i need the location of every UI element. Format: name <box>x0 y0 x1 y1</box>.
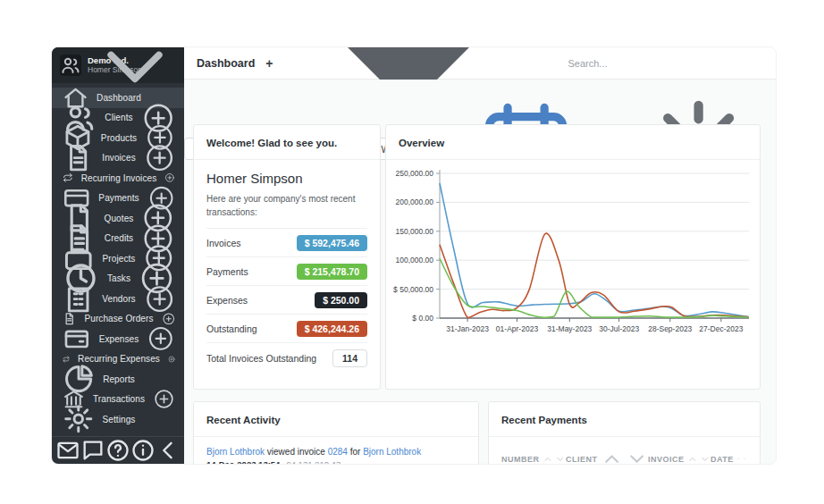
sidebar-item-label: Products <box>101 133 137 143</box>
sidebar-item-label: Credits <box>105 233 133 243</box>
sort-desc-icon[interactable] <box>626 448 648 465</box>
column-label: NUMBER <box>501 455 540 464</box>
svg-text:$ 200,000.00: $ 200,000.00 <box>393 197 433 206</box>
stat-row: Expenses $ 250.00 <box>206 285 367 314</box>
company-switcher[interactable]: Demo Ind. Homer Simpson <box>52 47 184 83</box>
quick-add-icon[interactable] <box>144 142 175 173</box>
sort-asc-icon[interactable] <box>687 454 698 465</box>
sidebar-item-icon <box>63 324 91 353</box>
sidebar-item-label: Transactions <box>93 394 145 404</box>
sort-desc-icon[interactable] <box>743 457 747 461</box>
quick-add-icon[interactable] <box>162 312 175 325</box>
svg-text:$ 250,000.00: $ 250,000.00 <box>393 169 433 178</box>
activity-list: Bjorn Lothbrok viewed invoice 0284 for B… <box>194 437 478 465</box>
column-header[interactable]: NUMBER <box>501 448 566 465</box>
svg-text:30-Jul-2023: 30-Jul-2023 <box>599 324 639 333</box>
stat-label: Invoices <box>206 238 241 248</box>
stat-row: Payments $ 215,478.70 <box>206 256 367 285</box>
sidebar-item[interactable]: Invoices <box>52 148 184 169</box>
recent-activity-card: Recent Activity Bjorn Lothbrok viewed in… <box>193 401 479 465</box>
sidebar: Demo Ind. Homer Simpson Dashboard Client… <box>52 47 184 464</box>
sidebar-item-label: Invoices <box>102 153 136 163</box>
stat-row: Outstanding $ 426,244.26 <box>206 314 367 342</box>
sidebar-item-label: Payments <box>98 193 139 203</box>
stat-badge[interactable]: $ 426,244.26 <box>297 321 367 337</box>
sort-asc-icon[interactable] <box>736 457 741 461</box>
quick-add-icon[interactable] <box>147 324 175 353</box>
overview-card: Overview $ 0.00$ 50,000.00$ 100,000.00$ … <box>385 124 761 390</box>
svg-text:27-Dec-2023: 27-Dec-2023 <box>699 324 743 333</box>
sidebar-item-label: Expenses <box>99 334 139 344</box>
info-icon[interactable] <box>130 438 156 463</box>
mail-icon[interactable] <box>55 438 80 463</box>
stat-label: Total Invoices Outstanding <box>206 353 316 364</box>
topbar: Dashboard + <box>184 47 776 80</box>
activity-link[interactable]: Bjorn Lothbrok <box>363 447 421 457</box>
payments-table-header: NUMBER CLIENT INVOICE <box>489 437 760 465</box>
quick-add-icon[interactable] <box>153 388 175 410</box>
svg-text:$ 100,000.00: $ 100,000.00 <box>393 256 433 265</box>
recent-activity-title: Recent Activity <box>206 415 281 425</box>
svg-text:31-May-2023: 31-May-2023 <box>547 324 592 333</box>
activity-link[interactable]: 0284 <box>328 447 348 457</box>
activity-timestamp: 14-Dec-2023 13:54 <box>206 459 280 465</box>
sidebar-item-icon <box>63 142 94 173</box>
help-icon[interactable] <box>105 438 130 463</box>
activity-text: for <box>348 447 363 457</box>
sidebar-item-icon <box>63 403 95 435</box>
sidebar-item-icon <box>63 283 94 315</box>
sidebar-item[interactable]: Expenses <box>52 329 184 349</box>
svg-text:28-Sep-2023: 28-Sep-2023 <box>648 324 692 333</box>
stat-badge[interactable]: $ 250.00 <box>315 292 367 308</box>
activity-link[interactable]: Bjorn Lothbrok <box>206 447 265 457</box>
sidebar-item[interactable]: Reports <box>52 369 184 390</box>
activity-ip: 94.131.210.43 <box>286 459 341 465</box>
search-input[interactable] <box>568 58 728 69</box>
column-label: DATE <box>710 455 734 464</box>
sidebar-footer <box>52 436 184 464</box>
sort-asc-icon[interactable] <box>542 454 553 465</box>
total-outstanding-row: Total Invoices Outstanding 114 <box>206 342 367 373</box>
quick-add-icon[interactable] <box>144 283 175 315</box>
blue-series <box>440 183 749 317</box>
svg-text:$ 0.00: $ 0.00 <box>412 314 433 323</box>
column-header[interactable]: CLIENT <box>566 448 648 465</box>
sidebar-item[interactable]: Vendors <box>52 289 184 309</box>
app-window: Demo Ind. Homer Simpson Dashboard Client… <box>51 46 777 465</box>
sidebar-item-label: Settings <box>103 415 136 424</box>
svg-text:$ 150,000.00: $ 150,000.00 <box>393 227 433 236</box>
sidebar-item-label: Recurring Invoices <box>81 173 157 183</box>
quick-add-icon[interactable] <box>168 356 175 363</box>
sidebar-item-label: Tasks <box>107 273 130 283</box>
column-label: INVOICE <box>648 455 685 464</box>
quick-add-icon[interactable] <box>164 172 175 183</box>
message-icon[interactable] <box>80 438 105 463</box>
welcome-card: Welcome! Glad to see you. Homer Simpson … <box>193 124 381 390</box>
sidebar-item[interactable]: Settings <box>52 409 184 430</box>
stats-list: Invoices $ 592,475.46 Payments $ 215,478… <box>206 228 367 342</box>
plus-icon: + <box>265 57 273 70</box>
sort-desc-icon[interactable] <box>555 454 566 465</box>
activity-item[interactable]: Bjorn Lothbrok viewed invoice 0284 for B… <box>194 437 478 465</box>
stat-badge[interactable]: $ 215,478.70 <box>297 264 367 280</box>
svg-text:$ 50,000.00: $ 50,000.00 <box>393 285 433 294</box>
column-header[interactable]: DATE <box>710 448 747 465</box>
sort-desc-icon[interactable] <box>700 454 710 465</box>
stat-badge[interactable]: $ 592,475.46 <box>297 235 367 251</box>
stat-label: Payments <box>206 266 248 277</box>
column-label: CLIENT <box>566 455 598 464</box>
total-outstanding-badge[interactable]: 114 <box>332 349 367 367</box>
sidebar-item-label: Quotes <box>105 214 134 223</box>
sidebar-item-icon <box>63 172 73 183</box>
page-title: Dashboard <box>197 57 255 70</box>
main-area: Dashboard + USD Day <box>184 47 776 464</box>
sidebar-item-label: Purchase Orders <box>84 314 153 323</box>
stat-label: Expenses <box>206 295 248 306</box>
sort-asc-icon[interactable] <box>601 448 623 465</box>
company-logo <box>60 55 81 76</box>
dashboard-content: USD Day Week Month <box>184 80 776 464</box>
column-header[interactable]: INVOICE <box>648 448 710 465</box>
sidebar-item-label: Dashboard <box>97 93 141 103</box>
collapse-sidebar-icon[interactable] <box>156 438 181 463</box>
overview-chart: $ 0.00$ 50,000.00$ 100,000.00$ 150,000.0… <box>393 161 754 340</box>
